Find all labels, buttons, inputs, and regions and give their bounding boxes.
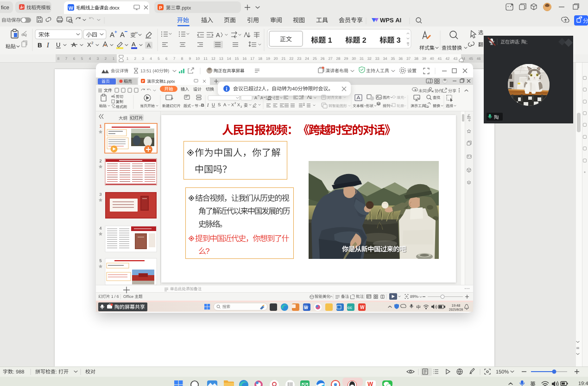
svg-text:W: W: [360, 305, 365, 310]
svg-text:2: 2: [240, 105, 242, 108]
svg-text:W: W: [367, 380, 373, 386]
svg-text:2: 2: [91, 41, 94, 45]
svg-text:I: I: [46, 42, 50, 49]
svg-text:1: 1: [428, 80, 430, 83]
svg-text:py: py: [135, 31, 138, 34]
svg-text:W: W: [304, 305, 309, 310]
svg-text:2: 2: [234, 102, 236, 104]
svg-text:I: I: [207, 103, 209, 108]
svg-text:CC: CC: [348, 306, 352, 309]
